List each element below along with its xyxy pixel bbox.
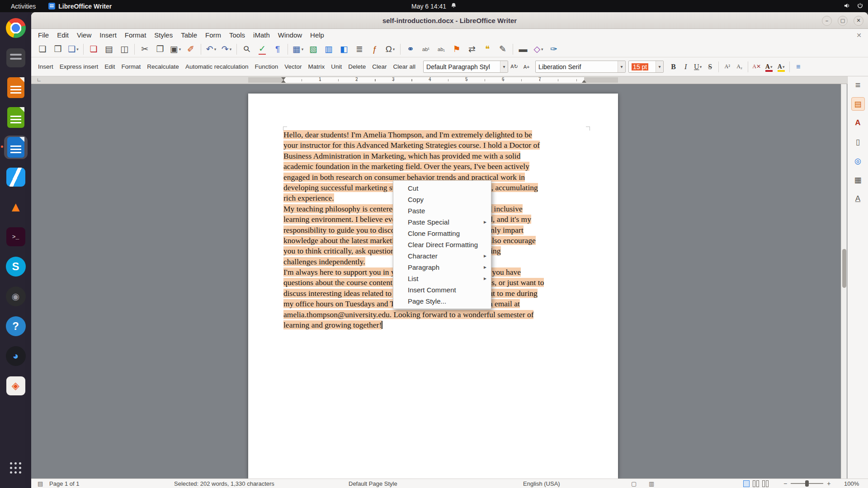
- chevron-down-icon[interactable]: [618, 61, 625, 72]
- context-menu-item-page-style[interactable]: Page Style...: [393, 296, 491, 307]
- context-menu-item-list[interactable]: List: [393, 273, 491, 284]
- imath-format-button[interactable]: Format: [118, 61, 144, 72]
- menu-file[interactable]: File: [34, 30, 53, 40]
- files-icon[interactable]: [4, 46, 28, 70]
- bold-icon[interactable]: [667, 61, 679, 73]
- terminal-icon[interactable]: [4, 225, 28, 249]
- camera-app-icon[interactable]: [4, 285, 28, 308]
- chevron-down-icon[interactable]: [500, 61, 508, 72]
- imath-function-button[interactable]: Function: [251, 61, 281, 72]
- tab-stop-selector[interactable]: [37, 77, 42, 82]
- menu-help[interactable]: Help: [306, 30, 328, 40]
- help-icon[interactable]: [4, 314, 28, 338]
- multi-page-view-icon[interactable]: [753, 480, 759, 487]
- context-menu-item-paste-special[interactable]: Paste Special: [393, 216, 491, 228]
- italic-icon[interactable]: [679, 61, 692, 73]
- horizontal-ruler[interactable]: 1 2 3 4 5 6 7: [31, 76, 847, 84]
- word-count[interactable]: Selected: 202 words, 1,330 characters: [174, 479, 274, 488]
- context-menu-item-clone-formatting[interactable]: Clone Formatting: [393, 228, 491, 239]
- sidebar-menu-icon[interactable]: [851, 78, 865, 92]
- zoom-slider-thumb[interactable]: [805, 480, 809, 487]
- bookmark-icon[interactable]: [449, 42, 464, 56]
- selected-text[interactable]: learning and growing together!: [283, 320, 382, 329]
- copy-icon[interactable]: [152, 42, 168, 56]
- imath-clear-all-button[interactable]: Clear all: [390, 61, 419, 72]
- style-inspector-icon[interactable]: [851, 192, 865, 206]
- context-menu-item-insert-comment[interactable]: Insert Comment: [393, 284, 491, 296]
- calc-icon[interactable]: [4, 106, 28, 129]
- language-status[interactable]: English (USA): [523, 479, 560, 488]
- print-icon[interactable]: [101, 42, 117, 56]
- clear-formatting-icon[interactable]: [750, 61, 763, 73]
- modified-status-icon[interactable]: [649, 479, 654, 488]
- skype-icon[interactable]: [4, 255, 28, 278]
- page-icon[interactable]: [851, 135, 865, 149]
- scrollbar-thumb[interactable]: [842, 249, 846, 288]
- imath-clear-button[interactable]: Clear: [369, 61, 390, 72]
- left-indent-marker[interactable]: [281, 80, 286, 83]
- imath-matrix-button[interactable]: Matrix: [305, 61, 328, 72]
- system-status-area[interactable]: [844, 0, 863, 12]
- selected-text[interactable]: rich experience.: [283, 193, 334, 202]
- imath-delete-button[interactable]: Delete: [345, 61, 369, 72]
- selected-text[interactable]: challenges independently.: [283, 257, 365, 266]
- selected-text[interactable]: your instructor for this Advanced Market…: [283, 141, 540, 150]
- insert-image-icon[interactable]: [306, 42, 321, 56]
- right-indent-marker[interactable]: [582, 80, 586, 83]
- writer-icon[interactable]: [4, 136, 28, 159]
- imath-insert-button[interactable]: Insert: [35, 61, 57, 72]
- open-icon[interactable]: [50, 42, 66, 56]
- footnote-icon[interactable]: [418, 42, 434, 56]
- hyperlink-icon[interactable]: [403, 42, 418, 56]
- imath-vector-button[interactable]: Vector: [281, 61, 305, 72]
- selected-text[interactable]: academic foundation in the marketing fie…: [283, 162, 529, 171]
- context-menu-item-clear-direct-formatting[interactable]: Clear Direct Formatting: [393, 239, 491, 250]
- navigator-icon[interactable]: [851, 154, 865, 168]
- page-count[interactable]: Page 1 of 1: [49, 479, 80, 488]
- close-button[interactable]: ✕: [854, 16, 863, 26]
- insert-chart-icon[interactable]: [321, 42, 336, 56]
- page-break-icon[interactable]: [352, 42, 367, 56]
- cut-icon[interactable]: [137, 42, 152, 56]
- maximize-button[interactable]: ▢: [838, 16, 848, 26]
- menu-styles[interactable]: Styles: [150, 30, 177, 40]
- spelling-icon[interactable]: [255, 42, 270, 56]
- imath-express-insert-button[interactable]: Express insert: [57, 61, 102, 72]
- vertical-scrollbar[interactable]: [841, 84, 847, 479]
- activities-button[interactable]: Activities: [6, 2, 40, 11]
- redo-icon[interactable]: [219, 42, 234, 56]
- print-preview-icon[interactable]: [117, 42, 132, 56]
- book-view-icon[interactable]: [762, 480, 769, 487]
- menu-window[interactable]: Window: [274, 30, 306, 40]
- menu-format[interactable]: Format: [121, 30, 151, 40]
- gallery-icon[interactable]: [851, 173, 865, 187]
- highlight-color-icon[interactable]: [775, 61, 787, 73]
- context-menu-item-copy[interactable]: Copy: [393, 194, 491, 205]
- insert-text-box-icon[interactable]: [336, 42, 352, 56]
- insert-field-icon[interactable]: [367, 42, 382, 56]
- menu-form[interactable]: Form: [201, 30, 225, 40]
- freeform-line-icon[interactable]: [546, 42, 561, 56]
- titlebar[interactable]: self-introduction.docx - LibreOffice Wri…: [31, 12, 868, 29]
- styles-icon[interactable]: [851, 116, 865, 130]
- basic-shapes-icon[interactable]: [531, 42, 546, 56]
- paragraph-style-combo[interactable]: Default Paragraph Styl: [423, 61, 508, 73]
- menu-tools[interactable]: Tools: [225, 30, 249, 40]
- vlc-icon[interactable]: [4, 195, 28, 219]
- new-style-icon[interactable]: [520, 61, 533, 73]
- selected-text[interactable]: Business Administration in Marketing, wh…: [283, 151, 520, 160]
- minimize-button[interactable]: −: [822, 16, 832, 26]
- formatting-marks-icon[interactable]: [270, 42, 285, 56]
- zoom-level[interactable]: 100%: [844, 479, 859, 488]
- imath-edit-button[interactable]: Edit: [101, 61, 118, 72]
- vscode-icon[interactable]: [4, 165, 28, 189]
- imath-recalculate-button[interactable]: Recalculate: [144, 61, 182, 72]
- zoom-slider[interactable]: [791, 483, 823, 484]
- find-replace-icon[interactable]: [239, 42, 255, 56]
- paste-icon[interactable]: [168, 42, 183, 56]
- align-left-icon[interactable]: [792, 61, 804, 73]
- document-close-icon[interactable]: ✕: [853, 32, 865, 39]
- zoom-out-icon[interactable]: −: [783, 480, 787, 487]
- document-view[interactable]: Hello, dear students! I'm Amelia Thompso…: [31, 84, 847, 479]
- endnote-icon[interactable]: [434, 42, 449, 56]
